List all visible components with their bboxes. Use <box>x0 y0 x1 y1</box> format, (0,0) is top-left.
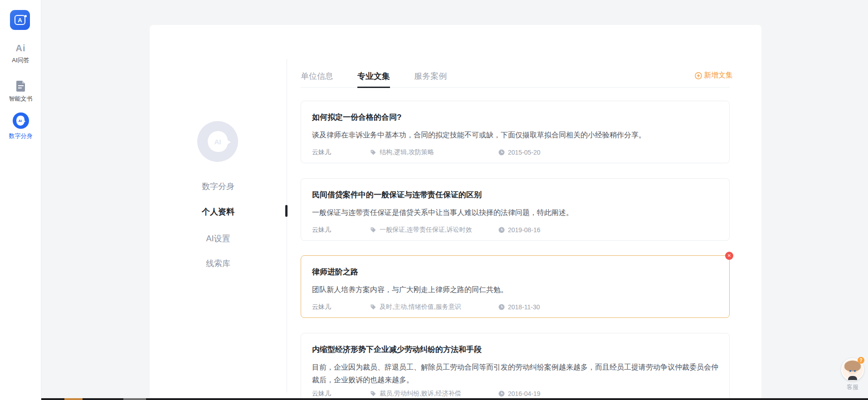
article-date: 2016-04-19 <box>508 390 541 397</box>
main-panel: AI 数字分身 个人资料 AI设置 线索库 单位信息 专业文集 服务案例 新增文… <box>150 25 761 400</box>
vertical-divider <box>287 59 287 392</box>
sidebar-item-label: AI问答 <box>12 56 29 64</box>
article-title: 律师进阶之路 <box>312 268 718 277</box>
article-tags: 一般保证,连带责任保证,诉讼时效 <box>380 226 472 234</box>
article-meta: 云妹儿 结构,逻辑,攻防策略 2015-05-20 <box>312 148 718 156</box>
add-collection-label: 新增文集 <box>704 71 733 80</box>
article-card[interactable]: 如何拟定一份合格的合同? 谈及律师在非诉业务中基本功，合同的拟定技能不可或缺，下… <box>301 101 730 163</box>
article-author: 云妹儿 <box>312 226 370 234</box>
profile-menu-digital-avatar[interactable]: 数字分身 <box>150 181 287 192</box>
tab-unit-info[interactable]: 单位信息 <box>301 67 333 88</box>
app-logo-letter: A <box>18 17 22 24</box>
app-logo-icon: A <box>15 15 25 25</box>
clock-icon <box>498 304 505 310</box>
profile-avatar-text: AI <box>215 138 221 146</box>
article-title: 民间借贷案件中的一般保证与连带责任保证的区别 <box>312 190 718 200</box>
bottom-bar-orange-segment <box>64 398 83 400</box>
profile-menu-leads-library[interactable]: 线索库 <box>150 258 287 269</box>
tag-icon <box>370 149 376 156</box>
profile-avatar: AI <box>197 121 238 162</box>
article-summary: 团队新人培养方案内容，与广大刚走上律师之路的同仁共勉。 <box>312 283 718 296</box>
article-tags: 及时,主动,情绪价值,服务意识 <box>380 303 461 311</box>
article-card[interactable]: 民间借贷案件中的一般保证与连带责任保证的区别 一般保证与连带责任保证是借贷关系中… <box>301 178 730 241</box>
tag-icon <box>370 390 376 397</box>
article-card[interactable]: 内缩型经济形势下企业减少劳动纠纷的方法和手段 目前，企业因为裁员、辞退员工、解除… <box>301 333 730 400</box>
article-author: 云妹儿 <box>312 148 370 156</box>
article-date: 2015-05-20 <box>508 149 541 156</box>
article-date: 2018-11-30 <box>508 303 540 311</box>
profile-avatar-head-icon: AI <box>208 131 228 152</box>
app-logo[interactable]: A <box>10 10 30 30</box>
article-tags: 结构,逻辑,攻防策略 <box>380 148 434 156</box>
article-meta: 云妹儿 一般保证,连带责任保证,诉讼时效 2019-08-16 <box>312 226 718 234</box>
article-title: 内缩型经济形势下企业减少劳动纠纷的方法和手段 <box>312 345 718 354</box>
app-screen: A Ai AI问答 智能文书 AI 数字分身 <box>0 0 868 400</box>
sidebar-item-smart-doc[interactable]: 智能文书 <box>0 81 41 103</box>
clock-icon <box>498 390 505 397</box>
article-summary: 谈及律师在非诉业务中基本功，合同的拟定技能不可或缺，下面仅撷取草拟合同相关的小经… <box>312 129 718 141</box>
bottom-edge-bar <box>0 398 868 400</box>
clock-icon <box>498 149 505 156</box>
article-card-selected[interactable]: ✕ 律师进阶之路 团队新人培养方案内容，与广大刚走上律师之路的同仁共勉。 云妹儿… <box>301 255 730 318</box>
sidebar: A Ai AI问答 智能文书 AI 数字分身 <box>0 0 41 400</box>
article-title: 如何拟定一份合格的合同? <box>312 113 718 122</box>
document-icon <box>16 81 26 92</box>
article-author: 云妹儿 <box>312 390 370 398</box>
support-avatar: ? <box>841 358 864 381</box>
sidebar-item-label: 智能文书 <box>9 95 33 103</box>
active-menu-indicator <box>285 205 288 217</box>
bottom-bar-gray-segment <box>123 398 146 400</box>
article-summary: 一般保证与连带责任保证是借贷关系中让当事人难以抉择的法律问题，特此阐述。 <box>312 206 718 219</box>
tag-icon <box>370 304 376 310</box>
digital-avatar-icon: AI <box>13 112 29 129</box>
clock-icon <box>498 227 505 233</box>
add-collection-button[interactable]: 新增文集 <box>695 71 733 80</box>
sidebar-item-ai-qa[interactable]: Ai AI问答 <box>0 43 41 64</box>
sidebar-item-digital-avatar[interactable]: AI 数字分身 <box>0 112 41 140</box>
tab-professional-collection[interactable]: 专业文集 <box>357 67 390 88</box>
article-date: 2019-08-16 <box>508 226 541 234</box>
close-icon[interactable]: ✕ <box>725 252 733 260</box>
sidebar-item-label: 数字分身 <box>9 132 33 140</box>
plus-circle-icon <box>695 72 702 79</box>
article-meta: 云妹儿 裁员,劳动纠纷,败诉,经济补偿 2016-04-19 <box>312 390 718 398</box>
tag-icon <box>370 227 376 233</box>
article-author: 云妹儿 <box>312 303 370 311</box>
support-label: 客服 <box>838 383 867 391</box>
profile-menu-ai-settings[interactable]: AI设置 <box>150 233 287 244</box>
article-summary: 目前，企业因为裁员、辞退员工、解除员工劳动合同等而引发的劳动纠纷案例越来越多，而… <box>312 361 718 386</box>
profile-menu-personal-info[interactable]: 个人资料 <box>150 206 287 217</box>
tab-service-cases[interactable]: 服务案例 <box>414 67 447 88</box>
question-badge: ? <box>858 357 864 364</box>
article-tags: 裁员,劳动纠纷,败诉,经济补偿 <box>380 390 461 398</box>
ai-qa-icon: Ai <box>16 43 26 53</box>
article-meta: 云妹儿 及时,主动,情绪价值,服务意识 2018-11-30 <box>312 303 718 311</box>
tab-bar: 单位信息 专业文集 服务案例 新增文集 <box>301 67 730 88</box>
customer-support-widget[interactable]: ? 客服 <box>838 358 867 391</box>
